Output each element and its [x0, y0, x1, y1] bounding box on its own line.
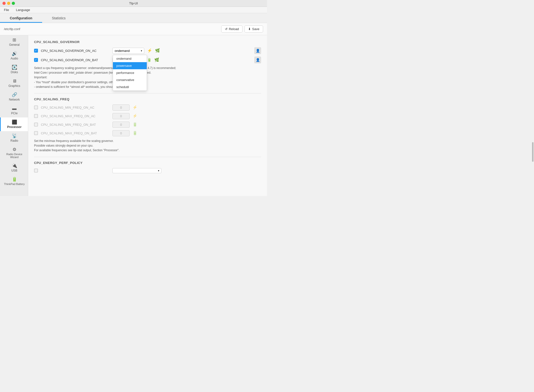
- sidebar-item-label: Network: [9, 98, 20, 101]
- section-header-perf-policy: CPU_ENERGY_PERF_POLICY: [34, 161, 261, 165]
- input-min-freq-ac[interactable]: [112, 104, 130, 111]
- row-governor-on-ac: CPU_SCALING_GOVERNOR_ON_AC ondemand ▾ on…: [34, 47, 261, 54]
- thinkpad-battery-icon: 🔋: [12, 177, 17, 182]
- sidebar-item-label: General: [9, 43, 20, 46]
- bat-icon-min-freq: 🔋: [133, 123, 137, 127]
- description-governor: Select a cpu frequency scaling governor:…: [34, 66, 261, 89]
- checkbox-max-freq-bat[interactable]: [34, 131, 38, 135]
- main-layout: ⊞ General 🔊 Audio 💽 Disks 🖥 Graphics 🔗 N…: [0, 35, 267, 196]
- sidebar-item-network[interactable]: 🔗 Network: [0, 90, 28, 104]
- sidebar-item-radio-device-wizard[interactable]: ⚙ Radio Device Wizard: [0, 145, 28, 161]
- row-max-freq-bat: CPU_SCALING_MAX_FREQ_ON_BAT 🔋: [34, 130, 261, 136]
- config-path: /etc/tlp.conf: [4, 27, 20, 31]
- general-icon: ⊞: [12, 38, 16, 42]
- sidebar-item-processor[interactable]: ⬛ Processor: [0, 117, 28, 131]
- label-max-freq-bat: CPU_SCALING_MAX_FREQ_ON_BAT: [41, 131, 109, 135]
- save-button[interactable]: ⬇ Save: [244, 25, 263, 33]
- checkbox-governor-bat[interactable]: [34, 58, 38, 62]
- ac-icon-min-freq: ⚡: [133, 105, 137, 109]
- save-icon: ⬇: [248, 27, 251, 31]
- disks-icon: 💽: [12, 65, 17, 69]
- sidebar-item-label: Processor: [7, 125, 22, 129]
- row-min-freq-bat: CPU_SCALING_MIN_FREQ_ON_BAT 🔋: [34, 122, 261, 128]
- tab-statistics[interactable]: Statistics: [42, 13, 75, 23]
- tab-configuration[interactable]: Configuration: [0, 13, 42, 23]
- sidebar-item-general[interactable]: ⊞ General: [0, 35, 28, 49]
- reload-icon: ↺: [225, 27, 228, 31]
- section-header-governor: CPU_SCALING_GOVERNOR: [34, 40, 261, 44]
- menubar: File Language: [0, 7, 267, 13]
- sidebar-item-radio[interactable]: 📡 Radio: [0, 131, 28, 145]
- avatar-icon-ac: 👤: [254, 47, 261, 54]
- toolbar-actions: ↺ Reload ⬇ Save: [221, 25, 263, 33]
- sidebar-item-label: PCIe: [11, 112, 18, 115]
- input-min-freq-bat[interactable]: [112, 122, 130, 128]
- close-button[interactable]: [2, 2, 6, 5]
- sidebar-item-label: Disks: [11, 70, 18, 74]
- toolbar: /etc/tlp.conf ↺ Reload ⬇ Save: [0, 23, 267, 35]
- section-cpu-scaling-freq: CPU_SCALING_FREQ CPU_SCALING_MIN_FREQ_ON…: [34, 97, 261, 153]
- ac-icon-max-freq: ⚡: [133, 114, 137, 118]
- checkbox-max-freq-ac[interactable]: [34, 114, 38, 118]
- divider-2: [34, 157, 261, 157]
- ac-power-icon: ⚡: [147, 49, 152, 53]
- menu-file[interactable]: File: [2, 8, 11, 12]
- sidebar-item-disks[interactable]: 💽 Disks: [0, 63, 28, 76]
- sidebar-item-graphics[interactable]: 🖥 Graphics: [0, 76, 28, 90]
- checkbox-energy-perf-ac[interactable]: [34, 169, 38, 173]
- label-min-freq-ac: CPU_SCALING_MIN_FREQ_ON_AC: [41, 106, 109, 109]
- checkbox-min-freq-ac[interactable]: [34, 105, 38, 109]
- sidebar-item-label: Audio: [11, 57, 18, 60]
- select-governor-ac[interactable]: ondemand ▾ ondemand powersave performanc…: [112, 48, 144, 54]
- sidebar-item-label: Graphics: [8, 84, 20, 88]
- row-governor-on-bat: CPU_SCALING_GOVERNOR_ON_BAT ▾ 🔋 🌿 👤: [34, 57, 261, 63]
- radio-wizard-icon: ⚙: [12, 147, 16, 152]
- dropdown-option-performance[interactable]: performance: [113, 69, 147, 76]
- chevron-down-icon-perf: ▾: [158, 169, 159, 172]
- avatar-icon-bat: 👤: [254, 57, 261, 63]
- network-icon: 🔗: [12, 92, 17, 97]
- divider-1: [34, 93, 261, 93]
- label-max-freq-ac: CPU_SCALING_MAX_FREQ_ON_AC: [41, 114, 109, 118]
- input-max-freq-bat[interactable]: [112, 130, 130, 136]
- leaf-icon-ac: 🌿: [155, 49, 160, 53]
- maximize-button[interactable]: [12, 2, 15, 5]
- select-energy-perf[interactable]: ▾: [112, 168, 161, 173]
- dropdown-option-powersave[interactable]: powersave: [113, 62, 147, 69]
- dropdown-option-conservative[interactable]: conservative: [113, 76, 147, 83]
- window-controls: [2, 2, 15, 5]
- usb-icon: 🔌: [12, 163, 17, 168]
- minimize-button[interactable]: [7, 2, 10, 5]
- tabbar: Configuration Statistics: [0, 13, 267, 23]
- input-max-freq-ac[interactable]: [112, 113, 130, 119]
- row-max-freq-ac: CPU_SCALING_MAX_FREQ_ON_AC ⚡: [34, 113, 261, 119]
- graphics-icon: 🖥: [12, 79, 17, 83]
- reload-button[interactable]: ↺ Reload: [221, 25, 243, 33]
- label-min-freq-bat: CPU_SCALING_MIN_FREQ_ON_BAT: [41, 123, 109, 127]
- checkbox-min-freq-bat[interactable]: [34, 123, 38, 127]
- sidebar-item-label: Radio Device Wizard: [2, 153, 27, 159]
- sidebar: ⊞ General 🔊 Audio 💽 Disks 🖥 Graphics 🔗 N…: [0, 35, 28, 196]
- label-governor-bat: CPU_SCALING_GOVERNOR_ON_BAT: [41, 58, 109, 62]
- sidebar-item-thinkpad-battery[interactable]: 🔋 ThinkPad Battery: [0, 175, 28, 188]
- sidebar-item-audio[interactable]: 🔊 Audio: [0, 49, 28, 63]
- bat-icon-max-freq: 🔋: [133, 131, 137, 135]
- sidebar-item-label: USB: [11, 169, 17, 172]
- window-title: Tlp-UI: [129, 1, 138, 5]
- dropdown-option-ondemand[interactable]: ondemand: [113, 55, 147, 62]
- chevron-down-icon: ▾: [141, 49, 142, 52]
- sidebar-item-pcie[interactable]: ▬ PCIe: [0, 104, 28, 117]
- radio-icon: 📡: [12, 134, 17, 138]
- menu-language[interactable]: Language: [14, 8, 32, 12]
- sidebar-item-label: ThinkPad Battery: [4, 183, 24, 185]
- dropdown-option-schedutil[interactable]: schedutil: [113, 83, 147, 91]
- content-area: CPU_SCALING_GOVERNOR CPU_SCALING_GOVERNO…: [28, 35, 267, 196]
- pcie-icon: ▬: [12, 106, 17, 111]
- sidebar-item-label: Radio: [11, 139, 18, 142]
- checkbox-governor-ac[interactable]: [34, 49, 38, 53]
- leaf-icon-bat: 🌿: [154, 58, 159, 62]
- sidebar-item-usb[interactable]: 🔌 USB: [0, 161, 28, 175]
- select-value-governor-ac: ondemand: [115, 49, 130, 53]
- section-cpu-scaling-governor: CPU_SCALING_GOVERNOR CPU_SCALING_GOVERNO…: [34, 40, 261, 89]
- row-energy-perf-ac: ▾: [34, 168, 261, 173]
